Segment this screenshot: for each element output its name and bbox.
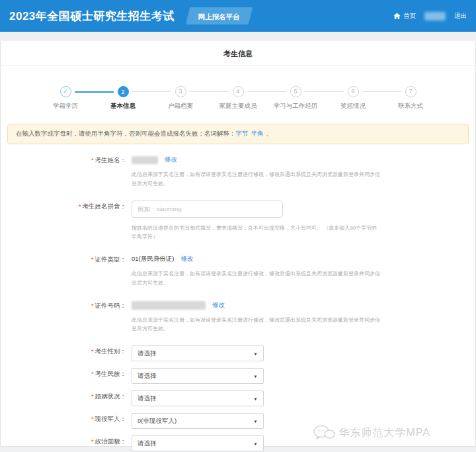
required-mark: * — [91, 371, 94, 377]
step-jiating-chengyuan[interactable]: 4 家庭主要成员 — [210, 86, 267, 111]
wechat-icon — [313, 425, 335, 441]
app-title: 2023年全国硕士研究生招生考试 — [9, 9, 175, 24]
step-label: 奖惩情况 — [325, 102, 382, 111]
step-number: 2 — [118, 86, 129, 97]
gender-row: *考生性别： 请选择 ▼ — [1, 345, 475, 361]
watermark: 华东师范大学MPA — [313, 425, 430, 441]
chevron-down-icon: ▼ — [253, 374, 258, 378]
political-select-value: 请选择 — [138, 439, 157, 448]
name-pinyin-row: *考生姓名拼音： 按姓名的汉语拼音的书写形式填写，要求顶格写，且不可出现空格，大… — [1, 201, 475, 242]
ethnic-label: *考生民族： — [1, 368, 126, 384]
ethnic-select-value: 请选择 — [138, 372, 157, 381]
candidate-name-redacted — [132, 156, 158, 164]
watermark-text: 华东师范大学MPA — [339, 426, 430, 440]
platform-badge-label: 网上报名平台 — [198, 13, 239, 22]
marital-row: *婚姻状况： 请选择 ▼ — [1, 390, 475, 406]
ethnic-row: *考生民族： 请选择 ▼ — [1, 368, 475, 384]
id-number-label: *证件号码： — [1, 300, 126, 334]
name-pinyin-label: *考生姓名拼音： — [1, 201, 126, 242]
id-type-row: *证件类型： 01(居民身份证) 修改 此信息来源于实名注册，如有误请登录实名注… — [1, 253, 475, 288]
top-header: 2023年全国硕士研究生招生考试 网上报名平台 首页 退出 — [0, 0, 476, 32]
step-label: 联系方式 — [382, 102, 440, 111]
username-redacted — [424, 12, 446, 21]
required-mark: * — [91, 348, 94, 355]
required-mark: * — [79, 203, 81, 210]
step-label: 学习与工作经历 — [267, 102, 325, 111]
id-number-redacted — [132, 301, 206, 310]
chevron-down-icon: ▼ — [253, 351, 258, 355]
platform-badge: 网上报名平台 — [186, 7, 253, 24]
edit-id-number-link[interactable]: 修改 — [212, 301, 225, 310]
political-label: *政治面貌： — [1, 435, 126, 451]
halfwidth-warning-banner: 在输入数字或字母时，请使用半角字符，否则可能会造成报名失败；名词解释：字节半角。 — [7, 124, 469, 144]
step-jiben-xinxi[interactable]: 2 基本信息 — [95, 86, 152, 111]
marital-select-value: 请选择 — [138, 394, 157, 403]
military-label: *现役军人： — [1, 413, 126, 429]
required-mark: * — [91, 393, 94, 400]
step-number: 7 — [405, 86, 416, 97]
home-icon — [393, 13, 401, 20]
id-type-label: *证件类型： — [1, 253, 126, 288]
step-label: 基本信息 — [95, 102, 152, 111]
id-type-value: 01(居民身份证) — [132, 255, 174, 263]
page-title: 考生信息 — [1, 41, 475, 66]
name-pinyin-input[interactable] — [132, 201, 283, 218]
step-label: 学籍学历 — [37, 102, 95, 111]
home-label: 首页 — [403, 12, 416, 21]
ethnic-select[interactable]: 请选择 ▼ — [132, 368, 264, 384]
political-select[interactable]: 请选择 ▼ — [132, 435, 264, 451]
required-mark: * — [91, 416, 94, 422]
byte-definition-link[interactable]: 字节 — [236, 130, 249, 137]
warning-suffix: 。 — [266, 130, 273, 137]
step-number: 4 — [233, 86, 244, 97]
step-label: 户籍档案 — [152, 102, 210, 111]
step-xueji-xueli[interactable]: ✓ 学籍学历 — [37, 86, 95, 111]
id-number-row: *证件号码： 修改 此信息来源于实名注册，如有误请登录实名注册进行修改，修改后退… — [1, 300, 475, 334]
military-select[interactable]: 0(非现役军人) ▼ — [132, 413, 264, 429]
chevron-down-icon: ▼ — [253, 419, 258, 423]
step-xuexi-gongzuo[interactable]: 5 学习与工作经历 — [267, 86, 325, 111]
step-number: 6 — [348, 86, 359, 97]
edit-id-type-link[interactable]: 修改 — [180, 255, 193, 263]
name-pinyin-help: 按姓名的汉语拼音的书写形式填写，要求顶格写，且不可出现空格，大小写均可。 （最多… — [132, 224, 381, 242]
required-mark: * — [91, 438, 94, 445]
home-link[interactable]: 首页 — [393, 12, 416, 21]
required-mark: * — [91, 256, 94, 263]
gender-label: *考生性别： — [1, 345, 126, 361]
basic-info-form: *考生姓名： 修改 此信息来源于实名注册，如有误请登录实名注册进行修改，修改后退… — [1, 144, 475, 452]
step-number: 5 — [290, 86, 301, 97]
logout-link[interactable]: 退出 — [454, 12, 467, 21]
step-indicator: ✓ 学籍学历 2 基本信息 3 户籍档案 4 家庭主要成员 5 学习与工作经历 … — [1, 66, 475, 120]
halfwidth-definition-link[interactable]: 半角 — [251, 130, 264, 137]
candidate-name-help: 此信息来源于实名注册，如有误请登录实名注册进行修改，修改后退出系统且关闭浏览器重… — [132, 170, 381, 189]
edit-name-link[interactable]: 修改 — [165, 156, 177, 164]
marital-select[interactable]: 请选择 ▼ — [132, 390, 264, 406]
military-select-value: 0(非现役军人) — [138, 417, 177, 426]
step-huji-dangan[interactable]: 3 户籍档案 — [152, 86, 210, 111]
required-mark: * — [91, 157, 94, 163]
step-jiangcheng[interactable]: 6 奖惩情况 — [325, 86, 382, 111]
id-number-help: 此信息来源于实名注册，如有误请登录实名注册进行修改，修改后退出系统且关闭浏览器重… — [132, 316, 381, 334]
gender-select[interactable]: 请选择 ▼ — [132, 345, 264, 361]
required-mark: * — [91, 302, 94, 309]
gender-select-value: 请选择 — [138, 349, 157, 358]
candidate-name-label: *考生姓名： — [1, 154, 126, 189]
step-lianxi-fangshi[interactable]: 7 联系方式 — [382, 86, 440, 111]
main-content: 考生信息 ✓ 学籍学历 2 基本信息 3 户籍档案 4 家庭主要成员 5 学习与… — [0, 41, 476, 447]
step-number: 3 — [175, 86, 186, 97]
chevron-down-icon: ▼ — [253, 396, 258, 400]
id-type-help: 此信息来源于实名注册，如有误请登录实名注册进行修改，修改后退出系统且关闭浏览器重… — [132, 269, 381, 288]
marital-label: *婚姻状况： — [1, 390, 126, 406]
warning-text: 在输入数字或字母时，请使用半角字符，否则可能会造成报名失败；名词解释： — [16, 130, 236, 137]
step-check-icon: ✓ — [60, 86, 71, 97]
chevron-down-icon: ▼ — [253, 441, 258, 445]
step-label: 家庭主要成员 — [210, 102, 267, 111]
candidate-name-row: *考生姓名： 修改 此信息来源于实名注册，如有误请登录实名注册进行修改，修改后退… — [1, 154, 475, 189]
